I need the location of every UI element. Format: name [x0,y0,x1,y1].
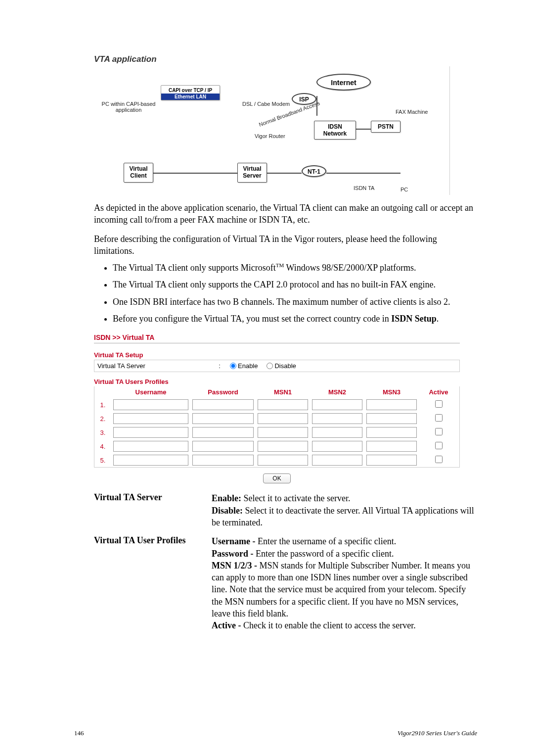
username-input[interactable] [113,413,188,424]
disable-radio-label: Disable [274,362,296,370]
table-row: 3. [94,425,459,439]
page-footer: 146 Vigor2910 Series User's Guide [0,729,534,737]
vclient-l1: Virtual [129,165,147,172]
username-input[interactable] [113,427,188,438]
table-row: 4. [94,439,459,453]
password-input[interactable] [192,399,254,410]
row-num: 3. [94,429,111,436]
def-body-server: Enable: Select it to activate the server… [212,492,477,528]
def-server-disable-b: Disable: [212,506,243,516]
profiles-head: Username Password MSN1 MSN2 MSN3 Active [94,386,459,398]
row-num: 2. [94,415,111,423]
bullet-1-sup: TM [276,262,284,268]
bullet-4: Before you configure the Virtual TA, you… [113,313,477,325]
internet-node: Internet [316,74,371,91]
msn3-input[interactable] [366,441,417,452]
def-term-server: Virtual TA Server [94,492,198,528]
limitations-list: The Virtual TA client only supports Micr… [113,262,477,325]
msn3-input[interactable] [366,399,417,410]
msn1-input[interactable] [258,413,308,424]
msn2-input[interactable] [312,427,362,438]
bullet-4-bold: ISDN Setup [391,314,437,324]
msn1-input[interactable] [258,441,308,452]
msn1-input[interactable] [258,455,308,466]
disable-radio-input[interactable] [267,363,273,369]
msn2-input[interactable] [312,399,362,410]
crumb-virtualta: Virtual TA [123,333,155,341]
msn3-input[interactable] [366,455,417,466]
def-user-b: Username - [212,536,255,546]
th-msn3: MSN3 [364,386,419,398]
table-row: 2. [94,412,459,425]
msn2-input[interactable] [312,413,362,424]
vigor-router-label: Vigor Router [255,133,285,139]
definitions: Virtual TA Server Enable: Select it to a… [94,492,477,631]
username-input[interactable] [113,441,188,452]
ethernet-label: Ethernet LAN [161,94,220,100]
password-input[interactable] [192,441,254,452]
def-pass-t: Enter the password of a specific client. [254,549,394,559]
msn3-input[interactable] [366,427,417,438]
idsn-node: IDSN Network [314,121,356,140]
active-checkbox[interactable] [435,442,443,449]
def-active-t: Check it to enable the client to access … [241,620,415,630]
breadcrumb: ISDN >> Virtual TA [94,333,460,343]
password-input[interactable] [192,427,254,438]
pc-app-label: PC within CAPI-based application [94,101,163,113]
def-server-enable-t: Select it to activate the server. [241,493,350,503]
active-checkbox[interactable] [435,414,443,422]
password-input[interactable] [192,413,254,424]
colon: : [216,362,223,370]
def-msn-b: MSN 1/2/3 - [212,561,257,570]
th-password: Password [190,386,256,398]
active-checkbox[interactable] [435,428,443,435]
active-checkbox[interactable] [435,400,443,408]
row-num: 4. [94,443,111,450]
def-body-profiles: Username - Enter the username of a speci… [212,535,477,631]
vta-profiles-heading: Virtual TA Users Profiles [94,378,460,385]
ok-button[interactable]: OK [263,473,290,483]
enable-radio[interactable]: Enable [230,362,258,370]
row-num: 1. [94,401,111,409]
th-msn2: MSN2 [310,386,364,398]
guide-title: Vigor2910 Series User's Guide [398,729,477,737]
msn3-input[interactable] [366,413,417,424]
enable-radio-input[interactable] [230,363,236,369]
username-input[interactable] [113,455,188,466]
isdnta-label: ISDN TA [354,185,374,191]
vta-server-row: Virtual TA Server : Enable Disable [94,360,460,372]
msn1-input[interactable] [258,399,308,410]
vta-server-label: Virtual TA Server [97,362,211,370]
def-pass-b: Password - [212,549,254,559]
virtual-server-node: Virtual Server [237,163,267,183]
table-row: 5. [94,453,459,467]
page-number: 146 [74,729,84,737]
vta-diagram: CAPI over TCP / IP Ethernet LAN PC withi… [94,66,450,195]
msn2-input[interactable] [312,441,362,452]
disable-radio[interactable]: Disable [267,362,296,370]
msn2-input[interactable] [312,455,362,466]
def-server-enable-b: Enable: [212,493,241,503]
password-input[interactable] [192,455,254,466]
fax-label: FAX Machine [396,109,428,115]
bullet-1: The Virtual TA client only supports Micr… [113,262,477,274]
th-username: Username [111,386,190,398]
vta-setup-heading: Virtual TA Setup [94,351,460,359]
bullet-4-pre: Before you configure the Virtual TA, you… [113,314,391,324]
th-active: Active [419,386,458,398]
crumb-isdn: ISDN [94,333,110,341]
vserver-l2: Server [243,172,261,179]
msn1-input[interactable] [258,427,308,438]
row-num: 5. [94,457,111,464]
active-checkbox[interactable] [435,456,443,463]
def-term-profiles: Virtual TA User Profiles [94,535,198,631]
virtual-ta-panel: Virtual TA Setup Virtual TA Server : Ena… [94,351,460,483]
vserver-l1: Virtual [243,165,261,172]
capi-label: CAPI over TCP / IP [169,88,212,93]
username-input[interactable] [113,399,188,410]
crumb-sep: >> [112,333,120,341]
virtual-client-node: Virtual Client [124,163,153,183]
pc-label: PC [400,187,408,192]
enable-radio-label: Enable [238,362,258,370]
vta-app-title: VTA application [94,54,477,64]
